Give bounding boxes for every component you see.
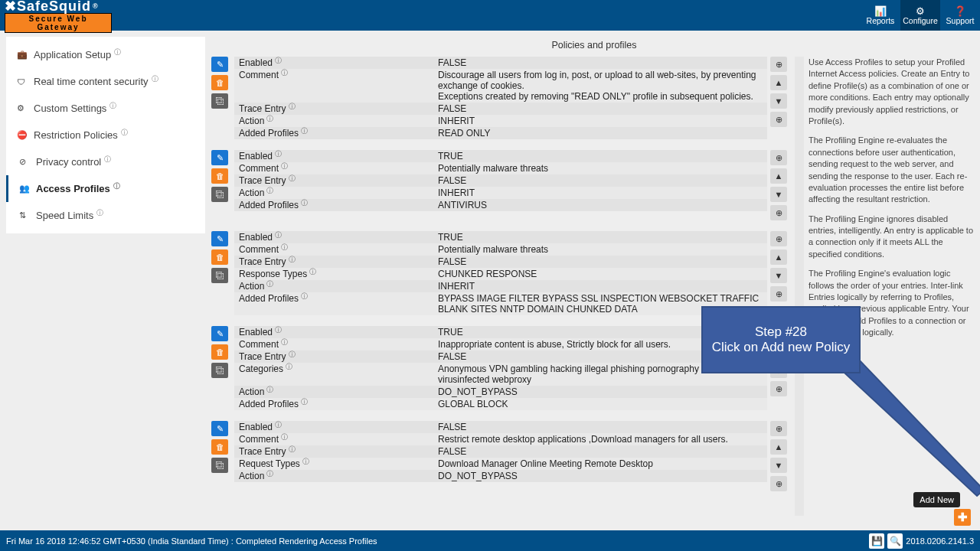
- field-value: DO_NOT_BYPASS: [433, 470, 767, 482]
- search-icon[interactable]: 🔍: [887, 533, 903, 549]
- move-down-button[interactable]: ▼: [770, 268, 787, 283]
- field-value: CHUNKED RESPONSE: [433, 268, 767, 280]
- info-icon: ⓘ: [281, 243, 288, 253]
- info-icon: ⓘ: [275, 325, 282, 335]
- delete-button[interactable]: 🗑: [211, 344, 228, 360]
- field-value: Potentially malware threats: [433, 243, 767, 256]
- field-value: TRUE: [433, 150, 767, 162]
- field-row: Action ⓘDO_NOT_BYPASS: [234, 386, 767, 398]
- field-value: FALSE: [433, 421, 767, 433]
- clone-button[interactable]: ⿻: [211, 93, 228, 109]
- field-row: Enabled ⓘTRUE: [234, 326, 767, 338]
- sidebar-item-access-profiles[interactable]: 👥Access Profilesⓘ: [6, 175, 205, 202]
- field-label: Comment ⓘ: [234, 338, 433, 350]
- info-icon: ⓘ: [266, 279, 273, 289]
- info-icon: ⓘ: [301, 292, 308, 302]
- policy-block: ✎🗑⿻Enabled ⓘFALSEComment ⓘRestrict remot…: [211, 421, 790, 491]
- sidebar-item-custom-settings[interactable]: ⚙Custom Settingsⓘ: [6, 95, 205, 122]
- field-label: Comment ⓘ: [234, 162, 433, 174]
- clone-button[interactable]: ⿻: [211, 363, 228, 378]
- logo-subtitle: Secure Web Gateway: [5, 13, 112, 33]
- delete-button[interactable]: 🗑: [211, 75, 228, 90]
- clone-button[interactable]: ⿻: [211, 187, 228, 202]
- info-icon: ⓘ: [114, 47, 121, 57]
- sidebar-item-real-time-content-security[interactable]: 🛡Real time content securityⓘ: [6, 68, 205, 95]
- reload-button[interactable]: ⊕: [770, 112, 787, 127]
- clone-button[interactable]: ⿻: [211, 268, 228, 283]
- edit-button[interactable]: ✎: [211, 150, 228, 165]
- move-up-button[interactable]: ▲: [770, 168, 787, 184]
- reload-button[interactable]: ⊕: [770, 150, 787, 165]
- reload-button[interactable]: ⊕: [770, 205, 787, 220]
- page-title: Policies and profiles: [211, 37, 977, 57]
- edit-button[interactable]: ✎: [211, 421, 228, 436]
- delete-button[interactable]: 🗑: [211, 249, 228, 265]
- info-icon: ⓘ: [152, 74, 158, 84]
- field-row: Action ⓘINHERIT: [234, 115, 767, 127]
- topnav-support[interactable]: ❓Support: [940, 0, 980, 31]
- add-new-policy-button[interactable]: ✚: [954, 509, 971, 526]
- scrollbar[interactable]: [795, 57, 804, 516]
- field-label: Enabled ⓘ: [234, 326, 433, 338]
- field-row: Enabled ⓘTRUE: [234, 231, 767, 243]
- field-value: FALSE: [433, 174, 767, 187]
- sidebar-item-speed-limits[interactable]: ⇅Speed Limitsⓘ: [6, 202, 205, 229]
- field-label: Action ⓘ: [234, 470, 433, 482]
- info-icon: ⓘ: [302, 457, 309, 467]
- tutorial-callout: Step #28 Click on Add new Policy: [701, 306, 861, 373]
- reload-button[interactable]: ⊕: [770, 57, 787, 72]
- move-down-button[interactable]: ▼: [770, 93, 787, 109]
- field-value: FALSE: [433, 256, 767, 268]
- clone-button[interactable]: ⿻: [211, 458, 228, 473]
- status-message: Fri Mar 16 2018 12:46:52 GMT+0530 (India…: [6, 536, 377, 546]
- field-row: Comment ⓘPotentially malware threats: [234, 243, 767, 256]
- reload-button[interactable]: ⊕: [770, 421, 787, 436]
- field-label: Enabled ⓘ: [234, 150, 433, 162]
- topnav-reports[interactable]: 📊Reports: [861, 0, 900, 31]
- sidebar-item-privacy-control[interactable]: ⊘Privacy controlⓘ: [6, 148, 205, 175]
- delete-button[interactable]: 🗑: [211, 439, 228, 455]
- save-icon[interactable]: 💾: [869, 533, 884, 549]
- edit-button[interactable]: ✎: [211, 231, 228, 246]
- reload-button[interactable]: ⊕: [770, 476, 787, 491]
- sidebar-item-restriction-policies[interactable]: ⛔Restriction Policiesⓘ: [6, 122, 205, 148]
- sidebar-item-application-setup[interactable]: 💼Application Setupⓘ: [6, 41, 205, 68]
- info-icon: ⓘ: [289, 350, 296, 360]
- move-up-button[interactable]: ▲: [770, 249, 787, 265]
- field-label: Trace Entry ⓘ: [234, 350, 433, 363]
- field-row: Added Profiles ⓘBYPASS IMAGE FILTER BYPA…: [234, 292, 767, 315]
- field-label: Trace Entry ⓘ: [234, 103, 433, 115]
- info-icon: ⓘ: [289, 255, 296, 265]
- info-icon: ⓘ: [286, 362, 292, 372]
- field-label: Trace Entry ⓘ: [234, 445, 433, 458]
- field-label: Added Profiles ⓘ: [234, 292, 433, 305]
- move-down-button[interactable]: ▼: [770, 187, 787, 202]
- delete-button[interactable]: 🗑: [211, 168, 228, 184]
- info-icon: ⓘ: [281, 161, 288, 171]
- reports-icon: 📊: [874, 6, 887, 16]
- reload-button[interactable]: ⊕: [770, 231, 787, 246]
- field-value: INHERIT: [433, 115, 767, 127]
- edit-button[interactable]: ✎: [211, 57, 228, 72]
- field-row: Added Profiles ⓘREAD ONLY: [234, 127, 767, 139]
- info-icon: ⓘ: [266, 186, 273, 196]
- field-value: FALSE: [433, 445, 767, 458]
- field-label: Added Profiles ⓘ: [234, 398, 433, 410]
- field-row: Added Profiles ⓘGLOBAL BLOCK: [234, 398, 767, 410]
- edit-button[interactable]: ✎: [211, 326, 228, 341]
- info-icon: ⓘ: [289, 445, 296, 455]
- field-row: Comment ⓘInappropriate content is abuse,…: [234, 338, 767, 350]
- reload-button[interactable]: ⊕: [770, 286, 787, 302]
- field-value: FALSE: [433, 57, 767, 69]
- field-label: Added Profiles ⓘ: [234, 127, 433, 139]
- reload-button[interactable]: ⊕: [770, 381, 787, 396]
- move-up-button[interactable]: ▲: [770, 75, 787, 90]
- field-label: Comment ⓘ: [234, 433, 433, 445]
- field-value: READ ONLY: [433, 127, 767, 139]
- topnav-configure[interactable]: ⚙Configure: [900, 0, 940, 31]
- move-down-button[interactable]: ▼: [770, 458, 787, 473]
- field-row: Added Profiles ⓘANTIVIRUS: [234, 199, 767, 211]
- field-label: Response Types ⓘ: [234, 268, 433, 280]
- move-up-button[interactable]: ▲: [770, 439, 787, 455]
- info-icon: ⓘ: [275, 420, 282, 430]
